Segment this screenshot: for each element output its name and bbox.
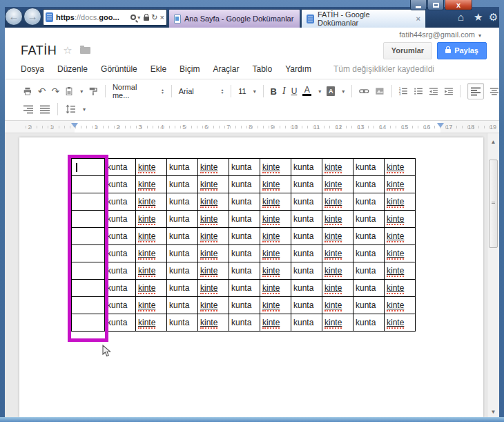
table-cell[interactable]: kinte xyxy=(322,297,353,314)
table-cell[interactable]: kunta xyxy=(167,211,198,228)
highlight-color-button[interactable]: A xyxy=(327,86,335,96)
close-button[interactable]: x xyxy=(445,0,472,10)
indent-marker-left-icon[interactable] xyxy=(71,123,78,128)
table-cell[interactable]: kinte xyxy=(198,211,229,228)
table-cell[interactable]: kunta xyxy=(291,262,322,280)
table-cell[interactable]: kunta xyxy=(229,193,260,211)
align-right-icon[interactable] xyxy=(23,104,34,115)
table-cell[interactable]: kunta xyxy=(291,159,322,176)
table-cell[interactable]: kinte xyxy=(198,280,229,297)
table-cell[interactable] xyxy=(72,211,105,228)
table-cell[interactable]: kinte xyxy=(260,193,291,211)
menu-yardım[interactable]: Yardım xyxy=(285,64,311,74)
decrease-indent-icon[interactable] xyxy=(429,86,438,97)
table-cell[interactable]: kunta xyxy=(353,297,385,314)
table-cell[interactable]: kinte xyxy=(136,245,167,262)
underline-button[interactable]: U xyxy=(291,86,298,96)
table-cell[interactable]: kunta xyxy=(105,193,136,211)
table-cell[interactable]: kinte xyxy=(385,297,416,314)
bulleted-list-icon[interactable] xyxy=(414,86,423,97)
table-cell[interactable]: kinte xyxy=(198,228,229,245)
table-cell[interactable]: kinte xyxy=(260,262,291,280)
table-cell[interactable]: kinte xyxy=(260,228,291,245)
settings-gear-icon[interactable]: ⚙ xyxy=(489,12,498,23)
table-cell[interactable]: kinte xyxy=(136,228,167,245)
table-cell[interactable]: kunta xyxy=(105,159,136,176)
table-cell[interactable]: kunta xyxy=(353,280,385,297)
table-cell[interactable]: kinte xyxy=(385,280,416,297)
bold-button[interactable]: B xyxy=(271,86,277,97)
table-cell[interactable]: kunta xyxy=(105,297,136,314)
table-cell[interactable]: kunta xyxy=(167,159,198,176)
menu-düzenle[interactable]: Düzenle xyxy=(57,64,88,74)
table-cell[interactable]: kunta xyxy=(167,314,198,332)
table-cell[interactable]: kinte xyxy=(198,297,229,314)
minimize-button[interactable] xyxy=(410,0,427,10)
highlight-dropdown-icon[interactable]: ▾ xyxy=(342,88,345,95)
table-cell[interactable]: kunta xyxy=(291,297,322,314)
table-cell[interactable]: kunta xyxy=(291,228,322,245)
table-cell[interactable]: kunta xyxy=(167,193,198,211)
table-cell[interactable]: kinte xyxy=(260,211,291,228)
ruler[interactable]: 2112345678910111213141516171819 xyxy=(5,121,499,133)
table-cell[interactable]: kinte xyxy=(136,297,167,314)
table-cell[interactable] xyxy=(72,297,105,314)
font-size-dropdown-icon[interactable]: ▾ xyxy=(253,88,256,95)
table-cell[interactable]: kinte xyxy=(198,159,229,176)
address-bar[interactable]: https://docs.goo... ▾ ↻ × xyxy=(43,9,167,26)
table-cell[interactable]: kinte xyxy=(385,211,416,228)
table-cell[interactable]: kunta xyxy=(167,245,198,262)
font-size-select[interactable]: 11 xyxy=(238,87,246,95)
table-cell[interactable]: kunta xyxy=(353,159,385,176)
table-cell[interactable]: kunta xyxy=(353,262,385,280)
redo-icon[interactable]: ↷ xyxy=(51,86,59,96)
table-cell[interactable]: kunta xyxy=(291,314,322,332)
paragraph-style-select[interactable]: Normal me... xyxy=(113,83,150,99)
table-cell[interactable] xyxy=(72,314,105,332)
table-cell[interactable]: kunta xyxy=(167,176,198,193)
table-cell[interactable]: kunta xyxy=(229,297,260,314)
table-cell[interactable]: kunta xyxy=(353,245,385,262)
table-cell[interactable]: kunta xyxy=(353,228,385,245)
font-select[interactable]: Arial xyxy=(179,87,210,95)
table-cell[interactable]: kinte xyxy=(136,262,167,280)
scroll-down-icon[interactable]: ▼ xyxy=(487,409,499,415)
table-cell[interactable]: kunta xyxy=(229,159,260,176)
stop-icon[interactable]: × xyxy=(160,13,164,21)
table-cell[interactable]: kinte xyxy=(385,193,416,211)
table-cell[interactable]: kunta xyxy=(291,176,322,193)
table-cell[interactable]: kinte xyxy=(260,280,291,297)
table-cell[interactable]: kinte xyxy=(322,245,353,262)
table-cell[interactable]: kinte xyxy=(322,228,353,245)
table-cell[interactable]: kinte xyxy=(260,159,291,176)
maximize-button[interactable] xyxy=(427,0,444,10)
table-cell[interactable]: kunta xyxy=(229,280,260,297)
table-cell[interactable]: kunta xyxy=(105,176,136,193)
move-to-folder-icon[interactable] xyxy=(80,47,90,54)
table-cell[interactable]: kinte xyxy=(322,159,353,176)
table-cell[interactable]: kinte xyxy=(385,262,416,280)
table-cell[interactable]: kunta xyxy=(229,211,260,228)
scroll-up-icon[interactable]: ▲ xyxy=(487,139,499,145)
comments-button[interactable]: Yorumlar xyxy=(383,42,432,59)
table-cell[interactable]: kunta xyxy=(229,262,260,280)
tab-fatih-active[interactable]: FATİH - Google Dokümanlar × xyxy=(301,9,426,28)
table-cell[interactable]: kunta xyxy=(353,193,385,211)
account-email[interactable]: fatih44srg@gmail.com xyxy=(399,30,475,39)
table-cell[interactable]: kunta xyxy=(353,314,385,332)
table-cell[interactable]: kinte xyxy=(136,176,167,193)
justify-icon[interactable] xyxy=(39,104,50,115)
menu-dosya[interactable]: Dosya xyxy=(21,64,44,74)
refresh-icon[interactable]: ↻ xyxy=(151,13,157,22)
table-cell[interactable]: kinte xyxy=(385,176,416,193)
table-cell[interactable]: kunta xyxy=(353,176,385,193)
table-cell[interactable]: kinte xyxy=(198,176,229,193)
table-cell[interactable]: kinte xyxy=(198,193,229,211)
table-cell[interactable] xyxy=(72,245,105,262)
table-cell[interactable]: kunta xyxy=(105,211,136,228)
table-cell[interactable]: kinte xyxy=(322,176,353,193)
menu-görüntüle[interactable]: Görüntüle xyxy=(101,64,137,74)
table-cell[interactable]: kinte xyxy=(385,159,416,176)
table-cell[interactable]: kunta xyxy=(167,297,198,314)
table-cell[interactable]: kunta xyxy=(291,280,322,297)
